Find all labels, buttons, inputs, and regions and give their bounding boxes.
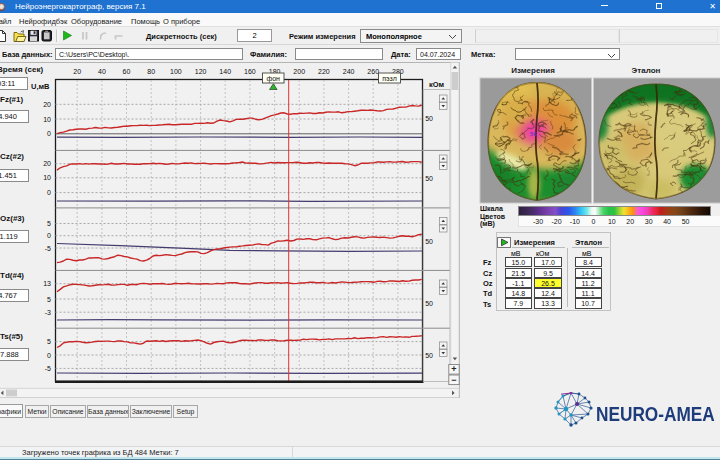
- svg-text:200: 200: [293, 68, 305, 75]
- svg-text:Эталон: Эталон: [632, 66, 661, 75]
- svg-text:5: 5: [47, 296, 51, 303]
- svg-text:фон: фон: [266, 75, 280, 83]
- svg-text:0: 0: [47, 189, 51, 196]
- svg-text:кОм: кОм: [429, 80, 445, 89]
- svg-text:160: 160: [244, 68, 256, 75]
- svg-text:120: 120: [195, 68, 207, 75]
- svg-text:80: 80: [147, 68, 155, 75]
- svg-text:5: 5: [47, 220, 51, 227]
- svg-text:10: 10: [43, 174, 51, 181]
- svg-text:-5: -5: [45, 245, 51, 252]
- svg-text:140: 140: [219, 68, 231, 75]
- svg-text:20: 20: [43, 160, 51, 167]
- svg-text:50: 50: [425, 175, 433, 182]
- svg-text:0: 0: [47, 130, 51, 137]
- svg-text:0: 0: [47, 232, 51, 239]
- svg-text:50: 50: [425, 300, 433, 307]
- svg-text:10: 10: [43, 116, 51, 123]
- svg-text:240: 240: [343, 68, 355, 75]
- svg-text:0: 0: [47, 352, 51, 359]
- svg-text:-5: -5: [45, 365, 51, 372]
- svg-text:13: 13: [43, 280, 51, 287]
- svg-text:220: 220: [318, 68, 330, 75]
- svg-text:60: 60: [123, 68, 131, 75]
- svg-text:5: 5: [47, 338, 51, 345]
- svg-text:пэзл: пэзл: [382, 75, 397, 82]
- svg-text:50: 50: [425, 352, 433, 359]
- svg-text:20: 20: [73, 68, 81, 75]
- svg-text:56: 56: [530, 131, 537, 137]
- svg-text:50: 50: [425, 238, 433, 245]
- svg-text:260: 260: [367, 68, 379, 75]
- svg-text:100: 100: [170, 68, 182, 75]
- svg-text:+: +: [451, 364, 456, 374]
- svg-text:50: 50: [425, 115, 433, 122]
- svg-text:20: 20: [43, 101, 51, 108]
- svg-text:-3: -3: [45, 309, 51, 316]
- svg-text:40: 40: [98, 68, 106, 75]
- svg-text:Измерения: Измерения: [511, 66, 555, 75]
- svg-text:−: −: [451, 375, 456, 385]
